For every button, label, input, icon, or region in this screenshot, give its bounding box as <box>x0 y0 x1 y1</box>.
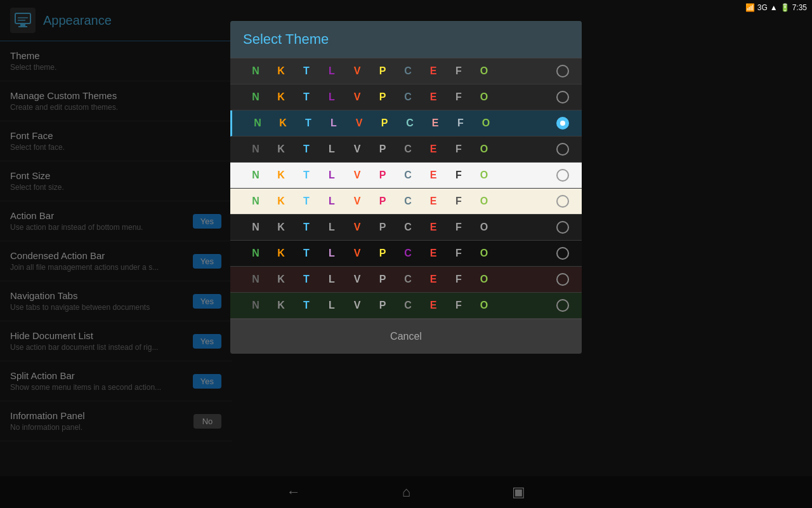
theme-letter-v: V <box>344 196 370 207</box>
time-display: 7:35 <box>792 3 807 12</box>
theme-letter-p: P <box>370 274 395 285</box>
theme-letter-f: F <box>448 117 473 129</box>
theme-letter-n: N <box>243 91 268 103</box>
theme-letter-t: T <box>294 248 319 259</box>
theme-letter-l: L <box>321 117 346 129</box>
theme-letter-c: C <box>395 222 421 233</box>
theme-letter-v: V <box>344 144 370 155</box>
theme-letter-l: L <box>319 300 344 311</box>
theme-letter-p: P <box>370 91 395 103</box>
theme-letter-l: L <box>319 222 344 233</box>
theme-row-2[interactable]: N K T L V P C E F O <box>230 84 582 110</box>
dialog-title: Select Theme <box>243 31 329 47</box>
theme-row-8[interactable]: N K T L V P C E F O <box>230 241 582 267</box>
theme-letter-p: P <box>370 196 395 207</box>
theme-letter-k: K <box>268 196 294 207</box>
theme-letter-n: N <box>243 248 268 259</box>
theme-letter-l: L <box>319 170 344 181</box>
theme-letter-o: O <box>471 196 497 207</box>
theme-letter-t: T <box>294 144 319 155</box>
theme-row-5[interactable]: N K T L V P C E F O <box>230 163 582 189</box>
theme-letter-n: N <box>245 117 270 129</box>
theme-letter-n: N <box>243 65 268 77</box>
theme-radio-2[interactable] <box>556 91 569 104</box>
theme-letter-c: C <box>395 91 421 103</box>
theme-letter-p: P <box>370 300 395 311</box>
theme-letter-o: O <box>471 144 497 155</box>
theme-row-7[interactable]: N K T L V P C E F O <box>230 215 582 241</box>
theme-letter-o: O <box>471 91 497 103</box>
theme-letter-e: E <box>421 91 446 103</box>
theme-letter-t: T <box>294 196 319 207</box>
battery-icon: 🔋 <box>780 3 790 12</box>
theme-letter-p: P <box>370 170 395 181</box>
theme-letter-e: E <box>421 300 446 311</box>
theme-row-9[interactable]: N K T L V P C E F O <box>230 267 582 293</box>
theme-radio-6[interactable] <box>556 195 569 208</box>
theme-letter-o: O <box>471 300 497 311</box>
theme-radio-9[interactable] <box>556 273 569 286</box>
theme-letter-o: O <box>471 274 497 285</box>
theme-row-4[interactable]: N K T L V P C E F O <box>230 137 582 163</box>
theme-letter-e: E <box>421 274 446 285</box>
theme-row-10[interactable]: N K T L V P C E F O <box>230 293 582 319</box>
theme-letter-c: C <box>395 274 421 285</box>
theme-letter-l: L <box>319 65 344 77</box>
theme-letter-c: C <box>395 248 421 259</box>
theme-letter-k: K <box>268 274 294 285</box>
theme-radio-1[interactable] <box>556 65 569 77</box>
theme-letter-p: P <box>370 65 395 77</box>
theme-letter-t: T <box>294 274 319 285</box>
theme-radio-10[interactable] <box>556 299 569 312</box>
wifi-icon: ▲ <box>770 3 778 12</box>
theme-radio-8[interactable] <box>556 247 569 260</box>
theme-letter-k: K <box>268 91 294 103</box>
theme-letter-v: V <box>344 91 370 103</box>
theme-radio-5[interactable] <box>556 169 569 182</box>
theme-letter-n: N <box>243 300 268 311</box>
theme-letter-k: K <box>268 222 294 233</box>
theme-letter-o: O <box>473 117 499 129</box>
theme-letter-v: V <box>344 300 370 311</box>
theme-row-3[interactable]: N K T L V P C E F O <box>230 110 582 137</box>
theme-letter-e: E <box>421 65 446 77</box>
theme-radio-3[interactable] <box>556 117 569 130</box>
theme-row-1[interactable]: N K T L V P C E F O <box>230 58 582 84</box>
theme-letter-v: V <box>344 248 370 259</box>
theme-letter-f: F <box>446 196 471 207</box>
theme-letter-c: C <box>395 170 421 181</box>
theme-radio-4[interactable] <box>556 143 569 156</box>
theme-list: N K T L V P C E F O N K T L V P C E F O <box>230 58 582 319</box>
cancel-button[interactable]: Cancel <box>377 328 435 345</box>
theme-letter-v: V <box>346 117 372 129</box>
theme-letter-n: N <box>243 274 268 285</box>
theme-letter-o: O <box>471 65 497 77</box>
theme-letter-n: N <box>243 170 268 181</box>
theme-letter-e: E <box>422 117 448 129</box>
theme-letter-o: O <box>471 248 497 259</box>
theme-letter-v: V <box>344 274 370 285</box>
theme-letter-c: C <box>395 144 421 155</box>
theme-letter-o: O <box>471 222 497 233</box>
theme-letter-f: F <box>446 274 471 285</box>
theme-letter-c: C <box>395 65 421 77</box>
theme-letter-f: F <box>446 222 471 233</box>
theme-letter-l: L <box>319 196 344 207</box>
theme-letter-l: L <box>319 274 344 285</box>
theme-radio-7[interactable] <box>556 221 569 234</box>
theme-letter-t: T <box>294 91 319 103</box>
theme-letter-c: C <box>395 300 421 311</box>
theme-letter-f: F <box>446 65 471 77</box>
theme-letter-n: N <box>243 144 268 155</box>
theme-letter-f: F <box>446 300 471 311</box>
theme-letter-l: L <box>319 144 344 155</box>
theme-letter-e: E <box>421 196 446 207</box>
theme-letter-e: E <box>421 248 446 259</box>
dialog-footer: Cancel <box>230 319 582 354</box>
theme-letter-f: F <box>446 91 471 103</box>
signal-text: 3G <box>757 3 768 12</box>
signal-icon: 📶 <box>745 3 755 12</box>
theme-letter-k: K <box>268 144 294 155</box>
theme-row-6[interactable]: N K T L V P C E F O <box>230 189 582 215</box>
theme-letter-e: E <box>421 144 446 155</box>
